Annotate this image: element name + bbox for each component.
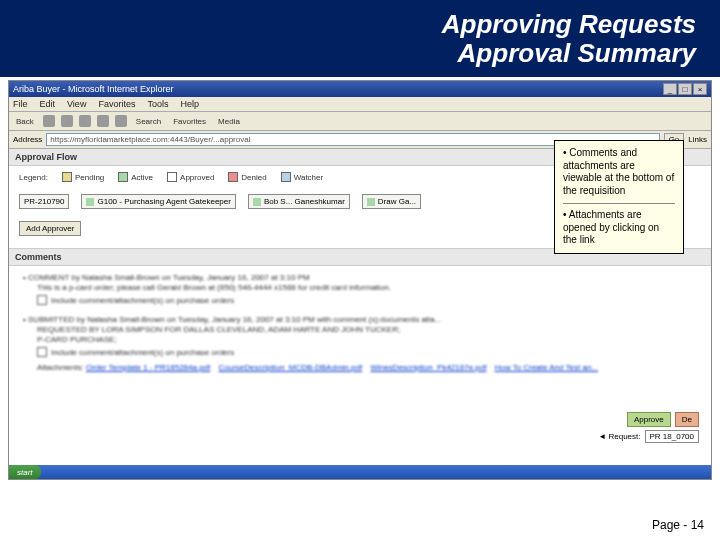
page-number: Page - 14 (652, 518, 704, 532)
callout-text-1: • Comments and attachments are viewable … (563, 147, 675, 197)
legend-approved: Approved (180, 173, 214, 182)
window-title: Ariba Buyer - Microsoft Internet Explore… (13, 84, 174, 94)
callout-text-2: • Attachments are opened by clicking on … (563, 203, 675, 247)
legend-pending-icon (62, 172, 72, 182)
stop-icon (79, 115, 91, 127)
menu-edit[interactable]: Edit (40, 99, 56, 109)
request-nav-label[interactable]: ◄ Request: (598, 432, 640, 441)
maximize-icon[interactable]: □ (678, 83, 692, 95)
address-label: Address (13, 135, 42, 144)
legend-watcher-icon (281, 172, 291, 182)
attachment-link[interactable]: CourseDescription_MCDB-DBAdmin.pdf (219, 363, 363, 372)
status-dot-icon (367, 198, 375, 206)
attachments-row: Attachments: Order Template 1 - PR185284… (37, 363, 697, 372)
close-icon[interactable]: × (693, 83, 707, 95)
legend-approved-icon (167, 172, 177, 182)
taskbar: start (9, 465, 711, 479)
comment-block: • COMMENT by Natasha Small-Brown on Tues… (23, 273, 697, 305)
window-titlebar: Ariba Buyer - Microsoft Internet Explore… (9, 81, 711, 97)
back-icon (43, 115, 55, 127)
title-line1: Approving Requests (442, 9, 696, 39)
back-button[interactable]: Back (13, 116, 37, 127)
annotation-callout: • Comments and attachments are viewable … (554, 140, 684, 254)
flow-node[interactable]: G100 - Purchasing Agent Gatekeeper (81, 194, 235, 209)
comment-head: SUBMITTED by Natasha Small-Brown on Tues… (28, 315, 441, 324)
minimize-icon[interactable]: _ (663, 83, 677, 95)
menu-view[interactable]: View (67, 99, 86, 109)
attachments-label: Attachments: (37, 363, 84, 372)
comment-body: P-CARD PURCHASE; (37, 335, 697, 344)
attachment-link[interactable]: Order Template 1 - PR185284a.pdf (86, 363, 210, 372)
approve-button[interactable]: Approve (627, 412, 671, 427)
comment-body: This is a p-card order; please call Gera… (37, 283, 697, 292)
home-icon (115, 115, 127, 127)
legend-watcher: Watcher (294, 173, 324, 182)
legend-pending: Pending (75, 173, 104, 182)
ie-toolbar: Back Search Favorites Media (9, 112, 711, 131)
status-dot-icon (86, 198, 94, 206)
refresh-icon (97, 115, 109, 127)
flow-node[interactable]: Draw Ga... (362, 194, 421, 209)
attachment-link[interactable]: WinesDescription_Pk42187e.pdf (370, 363, 486, 372)
menu-favorites[interactable]: Favorites (98, 99, 135, 109)
checkbox[interactable] (37, 295, 47, 305)
comment-block: • SUBMITTED by Natasha Small-Brown on Tu… (23, 315, 697, 372)
checkbox-label: Include comment/attachment(s) on purchas… (51, 296, 234, 305)
deny-button[interactable]: De (675, 412, 699, 427)
title-line2: Approval Summary (458, 38, 696, 68)
comments-body: • COMMENT by Natasha Small-Brown on Tues… (9, 266, 711, 388)
attachment-link[interactable]: How To Create And Test an... (495, 363, 598, 372)
request-id: PR 18_0700 (645, 430, 699, 443)
legend-active-icon (118, 172, 128, 182)
menu-help[interactable]: Help (180, 99, 199, 109)
forward-icon (61, 115, 73, 127)
menu-file[interactable]: File (13, 99, 28, 109)
slide-title: Approving Requests Approval Summary (0, 0, 720, 77)
legend-label: Legend: (19, 173, 48, 182)
status-dot-icon (253, 198, 261, 206)
comment-head: COMMENT by Natasha Small-Brown on Tuesda… (28, 273, 310, 282)
window-controls: _ □ × (663, 83, 707, 95)
start-button[interactable]: start (9, 465, 41, 479)
menu-bar: File Edit View Favorites Tools Help (9, 97, 711, 112)
checkbox[interactable] (37, 347, 47, 357)
search-button[interactable]: Search (133, 116, 164, 127)
action-buttons: Approve De ◄ Request: PR 18_0700 (598, 412, 699, 443)
legend-denied: Denied (241, 173, 266, 182)
favorites-button[interactable]: Favorites (170, 116, 209, 127)
media-button[interactable]: Media (215, 116, 243, 127)
legend-denied-icon (228, 172, 238, 182)
menu-tools[interactable]: Tools (147, 99, 168, 109)
legend-active: Active (131, 173, 153, 182)
checkbox-label: Include comment/attachment(s) on purchas… (51, 348, 234, 357)
flow-node[interactable]: Bob S... Ganeshkumar (248, 194, 350, 209)
add-approver-button[interactable]: Add Approver (19, 221, 81, 236)
comment-body: REQUESTED BY LORA SIMPSON FOR DALLAS CLE… (37, 325, 697, 334)
links-label: Links (688, 135, 707, 144)
flow-node[interactable]: PR-210790 (19, 194, 69, 209)
